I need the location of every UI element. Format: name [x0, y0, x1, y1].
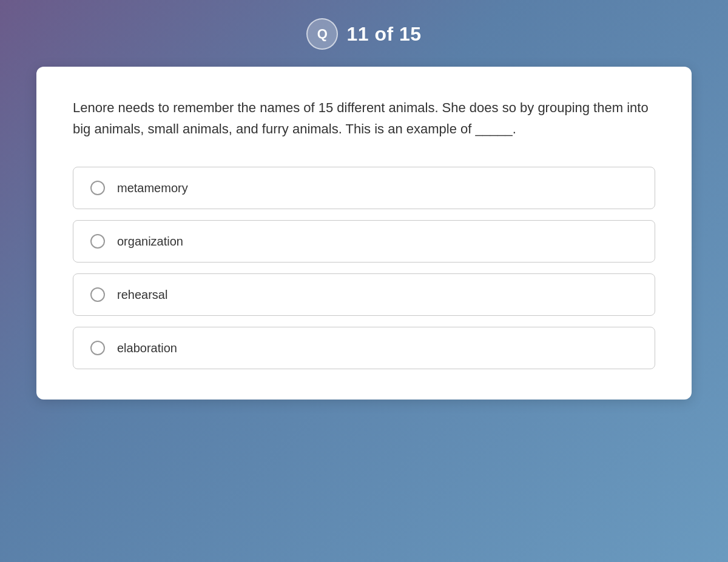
answer-option-c[interactable]: rehearsal [73, 273, 655, 316]
question-card: Lenore needs to remember the names of 15… [36, 67, 692, 400]
question-text: Lenore needs to remember the names of 15… [73, 97, 655, 139]
answers-list: metamemory organization rehearsal elabor… [73, 167, 655, 369]
answer-label-d: elaboration [117, 341, 177, 355]
radio-a[interactable] [90, 181, 105, 195]
radio-b[interactable] [90, 234, 105, 249]
answer-option-b[interactable]: organization [73, 220, 655, 263]
radio-d[interactable] [90, 341, 105, 355]
background: Q 11 of 15 Lenore needs to remember the … [0, 0, 728, 562]
radio-c[interactable] [90, 287, 105, 302]
answer-label-b: organization [117, 235, 183, 249]
answer-option-a[interactable]: metamemory [73, 167, 655, 209]
q-icon: Q [306, 18, 338, 50]
counter-text: 11 of 15 [346, 23, 421, 45]
answer-label-c: rehearsal [117, 288, 167, 302]
header: Q 11 of 15 [0, 0, 728, 67]
question-counter: Q 11 of 15 [306, 18, 421, 50]
answer-option-d[interactable]: elaboration [73, 327, 655, 369]
answer-label-a: metamemory [117, 181, 188, 195]
